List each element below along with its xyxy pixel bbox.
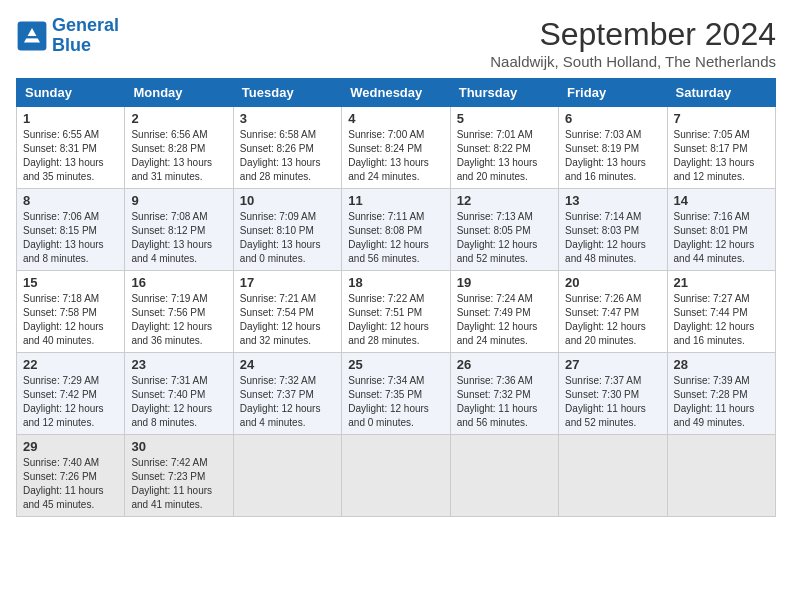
calendar-cell: 30Sunrise: 7:42 AM Sunset: 7:23 PM Dayli…	[125, 435, 233, 517]
calendar-cell	[233, 435, 341, 517]
logo-text: General Blue	[52, 16, 119, 56]
day-number: 11	[348, 193, 443, 208]
calendar-cell	[450, 435, 558, 517]
day-info: Sunrise: 7:05 AM Sunset: 8:17 PM Dayligh…	[674, 128, 769, 184]
day-number: 6	[565, 111, 660, 126]
weekday-header: Thursday	[450, 79, 558, 107]
day-number: 15	[23, 275, 118, 290]
calendar-week-row: 8Sunrise: 7:06 AM Sunset: 8:15 PM Daylig…	[17, 189, 776, 271]
day-info: Sunrise: 7:09 AM Sunset: 8:10 PM Dayligh…	[240, 210, 335, 266]
calendar-week-row: 1Sunrise: 6:55 AM Sunset: 8:31 PM Daylig…	[17, 107, 776, 189]
calendar-cell: 25Sunrise: 7:34 AM Sunset: 7:35 PM Dayli…	[342, 353, 450, 435]
weekday-header: Sunday	[17, 79, 125, 107]
calendar-cell: 28Sunrise: 7:39 AM Sunset: 7:28 PM Dayli…	[667, 353, 775, 435]
day-info: Sunrise: 7:13 AM Sunset: 8:05 PM Dayligh…	[457, 210, 552, 266]
day-info: Sunrise: 7:11 AM Sunset: 8:08 PM Dayligh…	[348, 210, 443, 266]
day-number: 5	[457, 111, 552, 126]
day-info: Sunrise: 7:32 AM Sunset: 7:37 PM Dayligh…	[240, 374, 335, 430]
weekday-header: Wednesday	[342, 79, 450, 107]
day-number: 3	[240, 111, 335, 126]
calendar-cell	[559, 435, 667, 517]
day-number: 29	[23, 439, 118, 454]
calendar-cell: 11Sunrise: 7:11 AM Sunset: 8:08 PM Dayli…	[342, 189, 450, 271]
day-info: Sunrise: 7:26 AM Sunset: 7:47 PM Dayligh…	[565, 292, 660, 348]
calendar-cell: 7Sunrise: 7:05 AM Sunset: 8:17 PM Daylig…	[667, 107, 775, 189]
calendar-cell: 9Sunrise: 7:08 AM Sunset: 8:12 PM Daylig…	[125, 189, 233, 271]
calendar-cell: 14Sunrise: 7:16 AM Sunset: 8:01 PM Dayli…	[667, 189, 775, 271]
day-number: 22	[23, 357, 118, 372]
day-number: 9	[131, 193, 226, 208]
calendar-cell: 20Sunrise: 7:26 AM Sunset: 7:47 PM Dayli…	[559, 271, 667, 353]
day-info: Sunrise: 7:29 AM Sunset: 7:42 PM Dayligh…	[23, 374, 118, 430]
day-number: 20	[565, 275, 660, 290]
location: Naaldwijk, South Holland, The Netherland…	[490, 53, 776, 70]
calendar-cell	[667, 435, 775, 517]
day-info: Sunrise: 7:22 AM Sunset: 7:51 PM Dayligh…	[348, 292, 443, 348]
day-info: Sunrise: 7:31 AM Sunset: 7:40 PM Dayligh…	[131, 374, 226, 430]
day-number: 7	[674, 111, 769, 126]
day-number: 10	[240, 193, 335, 208]
calendar-cell: 6Sunrise: 7:03 AM Sunset: 8:19 PM Daylig…	[559, 107, 667, 189]
calendar-cell: 17Sunrise: 7:21 AM Sunset: 7:54 PM Dayli…	[233, 271, 341, 353]
calendar-cell: 26Sunrise: 7:36 AM Sunset: 7:32 PM Dayli…	[450, 353, 558, 435]
day-number: 23	[131, 357, 226, 372]
day-info: Sunrise: 7:14 AM Sunset: 8:03 PM Dayligh…	[565, 210, 660, 266]
day-info: Sunrise: 7:18 AM Sunset: 7:58 PM Dayligh…	[23, 292, 118, 348]
day-number: 16	[131, 275, 226, 290]
day-info: Sunrise: 7:24 AM Sunset: 7:49 PM Dayligh…	[457, 292, 552, 348]
day-info: Sunrise: 7:03 AM Sunset: 8:19 PM Dayligh…	[565, 128, 660, 184]
weekday-header: Tuesday	[233, 79, 341, 107]
weekday-header: Monday	[125, 79, 233, 107]
logo-icon	[16, 20, 48, 52]
calendar-cell: 1Sunrise: 6:55 AM Sunset: 8:31 PM Daylig…	[17, 107, 125, 189]
calendar-week-row: 15Sunrise: 7:18 AM Sunset: 7:58 PM Dayli…	[17, 271, 776, 353]
calendar-week-row: 29Sunrise: 7:40 AM Sunset: 7:26 PM Dayli…	[17, 435, 776, 517]
day-info: Sunrise: 7:37 AM Sunset: 7:30 PM Dayligh…	[565, 374, 660, 430]
calendar-cell: 22Sunrise: 7:29 AM Sunset: 7:42 PM Dayli…	[17, 353, 125, 435]
day-number: 1	[23, 111, 118, 126]
logo-line2: Blue	[52, 35, 91, 55]
calendar-cell: 27Sunrise: 7:37 AM Sunset: 7:30 PM Dayli…	[559, 353, 667, 435]
day-number: 8	[23, 193, 118, 208]
calendar-cell: 8Sunrise: 7:06 AM Sunset: 8:15 PM Daylig…	[17, 189, 125, 271]
calendar-cell: 5Sunrise: 7:01 AM Sunset: 8:22 PM Daylig…	[450, 107, 558, 189]
day-number: 24	[240, 357, 335, 372]
day-info: Sunrise: 7:39 AM Sunset: 7:28 PM Dayligh…	[674, 374, 769, 430]
day-number: 28	[674, 357, 769, 372]
calendar-cell: 21Sunrise: 7:27 AM Sunset: 7:44 PM Dayli…	[667, 271, 775, 353]
day-info: Sunrise: 7:21 AM Sunset: 7:54 PM Dayligh…	[240, 292, 335, 348]
day-number: 18	[348, 275, 443, 290]
title-area: September 2024 Naaldwijk, South Holland,…	[490, 16, 776, 70]
day-info: Sunrise: 7:40 AM Sunset: 7:26 PM Dayligh…	[23, 456, 118, 512]
day-number: 27	[565, 357, 660, 372]
header: General Blue September 2024 Naaldwijk, S…	[16, 16, 776, 70]
calendar-cell: 10Sunrise: 7:09 AM Sunset: 8:10 PM Dayli…	[233, 189, 341, 271]
logo-line1: General	[52, 15, 119, 35]
day-info: Sunrise: 7:16 AM Sunset: 8:01 PM Dayligh…	[674, 210, 769, 266]
calendar-cell: 2Sunrise: 6:56 AM Sunset: 8:28 PM Daylig…	[125, 107, 233, 189]
day-number: 12	[457, 193, 552, 208]
day-info: Sunrise: 7:36 AM Sunset: 7:32 PM Dayligh…	[457, 374, 552, 430]
calendar-cell	[342, 435, 450, 517]
day-number: 17	[240, 275, 335, 290]
day-info: Sunrise: 7:01 AM Sunset: 8:22 PM Dayligh…	[457, 128, 552, 184]
day-info: Sunrise: 7:06 AM Sunset: 8:15 PM Dayligh…	[23, 210, 118, 266]
day-number: 21	[674, 275, 769, 290]
day-number: 30	[131, 439, 226, 454]
day-info: Sunrise: 7:27 AM Sunset: 7:44 PM Dayligh…	[674, 292, 769, 348]
calendar-cell: 4Sunrise: 7:00 AM Sunset: 8:24 PM Daylig…	[342, 107, 450, 189]
day-number: 26	[457, 357, 552, 372]
weekday-header: Saturday	[667, 79, 775, 107]
weekday-header: Friday	[559, 79, 667, 107]
day-info: Sunrise: 7:08 AM Sunset: 8:12 PM Dayligh…	[131, 210, 226, 266]
calendar-cell: 16Sunrise: 7:19 AM Sunset: 7:56 PM Dayli…	[125, 271, 233, 353]
svg-rect-2	[22, 36, 41, 38]
calendar-cell: 12Sunrise: 7:13 AM Sunset: 8:05 PM Dayli…	[450, 189, 558, 271]
calendar: SundayMondayTuesdayWednesdayThursdayFrid…	[16, 78, 776, 517]
day-info: Sunrise: 6:58 AM Sunset: 8:26 PM Dayligh…	[240, 128, 335, 184]
day-info: Sunrise: 7:19 AM Sunset: 7:56 PM Dayligh…	[131, 292, 226, 348]
day-number: 2	[131, 111, 226, 126]
calendar-cell: 19Sunrise: 7:24 AM Sunset: 7:49 PM Dayli…	[450, 271, 558, 353]
day-info: Sunrise: 7:00 AM Sunset: 8:24 PM Dayligh…	[348, 128, 443, 184]
calendar-cell: 13Sunrise: 7:14 AM Sunset: 8:03 PM Dayli…	[559, 189, 667, 271]
